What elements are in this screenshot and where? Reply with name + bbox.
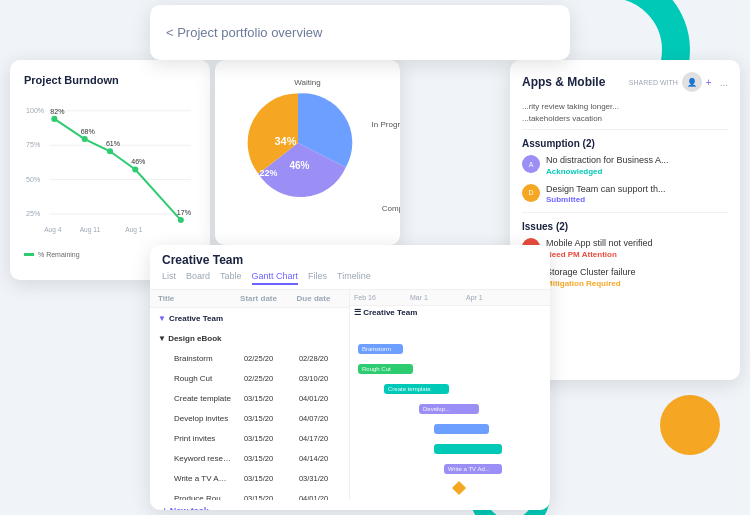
bar-row: Develop... [354, 399, 546, 419]
date-header-feb: Feb 16 [354, 294, 404, 301]
bar-row [354, 319, 546, 339]
pie-label-completed: Completed [382, 204, 400, 213]
legend-label: % Remaining [38, 251, 80, 258]
svg-point-9 [82, 136, 88, 142]
svg-text:25%: 25% [26, 210, 41, 218]
svg-text:75%: 75% [26, 141, 41, 149]
bar-row: Rough Cut [354, 359, 546, 379]
svg-text:61%: 61% [106, 140, 121, 148]
legend-color [24, 253, 34, 256]
assumption-section-title: Assumption (2) [522, 138, 728, 149]
pie-pct-inprogress: 22% [260, 168, 278, 178]
gantt-title: Creative Team [162, 253, 538, 267]
assumption-text-2: Design Team can support th... Submitted [546, 184, 665, 205]
table-row: Print invites 03/15/20 04/17/20 [150, 428, 349, 448]
portfolio-header-card: < Project portfolio overview [150, 5, 570, 60]
gantt-date-headers: Feb 16 Mar 1 Apr 1 [350, 290, 550, 306]
svg-text:46%: 46% [131, 158, 146, 166]
gantt-bar-develop: Develop... [419, 404, 479, 414]
issues-item-2: S Storage Cluster failure Mitigation Req… [522, 267, 728, 288]
burndown-chart: 100% 75% 50% 25% 82% 68% 61% 46% 17% Aug [24, 94, 196, 249]
shared-with-label: SHARED WITH [629, 79, 678, 86]
divider-2 [522, 212, 728, 213]
assumption-avatar-2: D [522, 184, 540, 202]
pie-label-inprogress: In Progress [372, 120, 400, 129]
alert-items: ...rity review taking longer... ...takeh… [522, 102, 728, 123]
gantt-task-list: Title Start date Due date ▼ Creative Tea… [150, 290, 350, 500]
tab-files[interactable]: Files [308, 271, 327, 285]
group-label: Creative Team [169, 314, 223, 323]
table-row: Create template 03/15/20 04/01/20 [150, 388, 349, 408]
svg-text:82%: 82% [50, 108, 65, 116]
gantt-bar-roughcut: Rough Cut [358, 364, 413, 374]
plus-button[interactable]: + [706, 77, 712, 88]
apps-mobile-title: Apps & Mobile [522, 75, 605, 89]
pie-label-waiting: Waiting [294, 78, 320, 87]
new-task-button[interactable]: + New task [150, 500, 221, 510]
svg-text:17%: 17% [177, 209, 192, 217]
bar-row [354, 479, 546, 499]
svg-text:Aug 4: Aug 4 [44, 226, 61, 234]
back-button[interactable]: < Project portfolio overview [166, 25, 322, 40]
gantt-bar-brainstorm: Brainstorm [358, 344, 403, 354]
assumption-text-1: No distraction for Business A... Acknowl… [546, 155, 669, 176]
gantt-card: Creative Team List Board Table Gantt Cha… [150, 245, 550, 510]
svg-text:100%: 100% [26, 107, 45, 115]
date-header-apr: Apr 1 [466, 294, 516, 301]
bar-row: Create template [354, 379, 546, 399]
gantt-bars-area: Brainstorm Rough Cut Create template Dev… [350, 319, 550, 499]
gantt-header: Creative Team List Board Table Gantt Cha… [150, 245, 550, 290]
tab-list[interactable]: List [162, 271, 176, 285]
issues-text-2: Storage Cluster failure Mitigation Requi… [546, 267, 636, 288]
tab-gantt-chart[interactable]: Gantt Chart [252, 271, 299, 285]
shared-with-section: SHARED WITH 👤 + ... [629, 72, 728, 92]
col-header-title: Title [158, 294, 231, 303]
issues-section-title: Issues (2) [522, 221, 728, 232]
assumption-item-2: D Design Team can support th... Submitte… [522, 184, 728, 205]
bar-row: Brainstorm [354, 339, 546, 359]
gantt-body: Title Start date Due date ▼ Creative Tea… [150, 290, 550, 500]
svg-point-8 [51, 116, 57, 122]
assumption-item-1: A No distraction for Business A... Ackno… [522, 155, 728, 176]
svg-point-10 [107, 148, 113, 154]
tab-table[interactable]: Table [220, 271, 242, 285]
tab-board[interactable]: Board [186, 271, 210, 285]
gantt-bar-print [434, 424, 489, 434]
svg-text:50%: 50% [26, 176, 41, 184]
gantt-bar-template: Create template [384, 384, 449, 394]
tab-timeline[interactable]: Timeline [337, 271, 371, 285]
bg-orange-circle-decoration [660, 395, 720, 455]
gantt-subgroup-design-ebook: ▼ Design eBook [150, 328, 349, 348]
gantt-bar-keyword [434, 444, 502, 454]
issues-text-1: Mobile App still not verified Need PM At… [546, 238, 653, 259]
col-header-due: Due date [286, 294, 341, 303]
svg-text:Aug 11: Aug 11 [80, 226, 101, 234]
pie-chart-card: Waiting In Progress Completed 34% 46% 22… [215, 60, 400, 245]
svg-point-11 [132, 166, 138, 172]
table-row: Write a TV Ad Script 03/15/20 03/31/20 [150, 468, 349, 488]
bar-row [354, 439, 546, 459]
date-header-mar: Mar 1 [410, 294, 460, 301]
pie-pct-completed: 46% [290, 160, 310, 171]
gantt-group-creative-team: ▼ Creative Team [150, 308, 349, 328]
table-row: Produce Rough Cut T... 03/15/20 04/01/20 [150, 488, 349, 500]
table-row: Keyword research 03/15/20 04/14/20 [150, 448, 349, 468]
bar-row [354, 419, 546, 439]
bar-row: Write a TV Ad... [354, 459, 546, 479]
svg-point-12 [178, 217, 184, 223]
avatar-user: 👤 [682, 72, 702, 92]
svg-text:Aug 1: Aug 1 [125, 226, 142, 234]
table-row: Brainstorm 02/25/20 02/28/20 [150, 348, 349, 368]
divider-1 [522, 129, 728, 130]
apps-mobile-header: Apps & Mobile SHARED WITH 👤 + ... [522, 72, 728, 92]
svg-text:68%: 68% [81, 128, 96, 136]
pie-pct-waiting: 34% [275, 135, 297, 147]
gantt-diamond-milestone [452, 481, 466, 495]
assumption-avatar-1: A [522, 155, 540, 173]
gantt-tabs: List Board Table Gantt Chart Files Timel… [162, 271, 538, 285]
gantt-bar-chart: Feb 16 Mar 1 Apr 1 ☰ Creative Team Brain… [350, 290, 550, 500]
col-header-start: Start date [231, 294, 286, 303]
more-options-button[interactable]: ... [720, 77, 728, 88]
issues-item-1: M Mobile App still not verified Need PM … [522, 238, 728, 259]
burndown-title: Project Burndown [24, 74, 196, 86]
